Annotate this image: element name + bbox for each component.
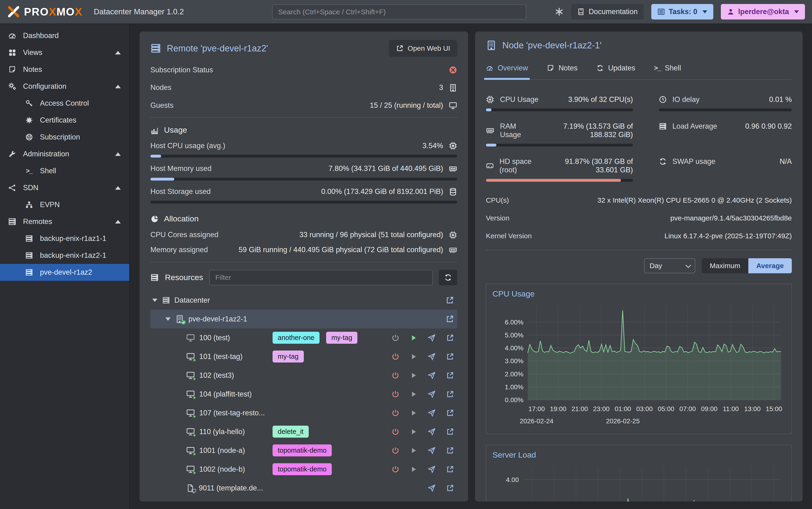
sidebar-item-remotes[interactable]: Remotes (0, 213, 129, 230)
collapse-arrow-icon[interactable] (115, 220, 121, 224)
open-guest-web-ui-button[interactable] (446, 428, 454, 436)
sidebar-item-remote-backup-enix-r1az1-1[interactable]: backup-enix-r1az1-1 (0, 230, 129, 247)
start-button[interactable] (410, 447, 417, 454)
sidebar-item-evpn[interactable]: EVPN (0, 196, 129, 213)
divider (150, 262, 457, 262)
start-button[interactable] (410, 428, 417, 436)
sidebar-item-certificates[interactable]: Certificates (0, 112, 129, 129)
server-load-chart-card: Server Load 1.002.003.004.0017:0019:0021… (486, 445, 792, 502)
open-guest-web-ui-button[interactable] (446, 390, 454, 398)
tree-row-guest-104[interactable]: 104 (plaffitt-test) (150, 385, 457, 404)
resources-filter-input[interactable] (209, 270, 433, 285)
play-icon (410, 409, 417, 417)
open-guest-web-ui-button[interactable] (446, 371, 454, 379)
open-guest-web-ui-button[interactable] (446, 465, 454, 473)
tree-row-guest-1001[interactable]: 1001 (node-a) topomatik-demo (150, 441, 457, 460)
open-web-ui-button[interactable]: Open Web UI (389, 40, 457, 57)
tree-row-node-pve-devel-r1az2-1[interactable]: pve-devel-r1az2-1 (150, 310, 457, 329)
svg-text:6.00%: 6.00% (505, 318, 523, 326)
average-button[interactable]: Average (748, 258, 792, 273)
load-average-stat: Load Average0.96 0.90 0.92 (659, 122, 792, 146)
migrate-button[interactable] (428, 484, 435, 492)
open-guest-web-ui-button[interactable] (446, 409, 454, 417)
tree-row-guest-9011[interactable]: 9011 (template.de... (150, 479, 457, 498)
stat-value: 3.90% of 32 CPU(s) (568, 95, 633, 104)
tree-row-guest-107[interactable]: 107 (test-tag-resto... (150, 404, 457, 422)
maximum-button[interactable]: Maximum (702, 258, 748, 273)
documentation-button[interactable]: Documentation (571, 4, 644, 20)
sidebar-item-subscription[interactable]: Subscription (0, 129, 129, 145)
sidebar-item-sdn[interactable]: SDN (0, 179, 129, 196)
shutdown-button[interactable] (391, 465, 399, 473)
migrate-button[interactable] (428, 334, 435, 342)
collapse-arrow-icon[interactable] (115, 85, 121, 88)
caret-down-icon[interactable] (165, 317, 170, 321)
svg-text:0.00%: 0.00% (505, 396, 523, 404)
tree-row-guest-100[interactable]: 100 (test) another-onemy-tag (150, 329, 457, 347)
start-button[interactable] (410, 466, 417, 473)
caret-down-icon[interactable] (152, 299, 157, 302)
refresh-resources-button[interactable] (439, 270, 457, 285)
shutdown-button[interactable] (391, 353, 399, 361)
sidebar-item-shell[interactable]: >_Shell (0, 163, 129, 179)
search-input[interactable] (272, 4, 526, 20)
shutdown-button[interactable] (391, 428, 399, 436)
tree-row-guest-101[interactable]: 101 (test-tag) my-tag (150, 347, 457, 366)
start-button[interactable] (410, 334, 417, 342)
start-button[interactable] (410, 372, 417, 379)
migrate-button[interactable] (428, 353, 435, 361)
user-menu-button[interactable]: lperdere@okta (721, 4, 805, 20)
open-datacenter-web-ui-button[interactable] (446, 296, 454, 305)
tree-row-guest-110[interactable]: 110 (yla-hello) delete_it (150, 422, 457, 441)
tree-row-guest-102[interactable]: 102 (test3) (150, 366, 457, 385)
shutdown-button[interactable] (391, 334, 399, 342)
shutdown-button[interactable] (391, 371, 399, 379)
asterisk-icon[interactable] (555, 7, 564, 16)
tab-shell[interactable]: >_Shell (654, 64, 681, 72)
tree-row-guest-1002[interactable]: 1002 (node-b) topomatik-demo (150, 460, 457, 479)
migrate-button[interactable] (428, 428, 435, 436)
tree-row-guest-9012-partial[interactable]: 9012 (template.de... (150, 498, 457, 502)
collapse-arrow-icon[interactable] (115, 152, 121, 156)
sidebar-item-notes[interactable]: Notes (0, 61, 129, 78)
open-guest-web-ui-button[interactable] (446, 484, 454, 492)
collapse-arrow-icon[interactable] (115, 51, 121, 55)
sidebar-item-administration[interactable]: Administration (0, 145, 129, 163)
collapse-arrow-icon[interactable] (115, 186, 121, 190)
sidebar-item-access-control[interactable]: Access Control (0, 95, 129, 112)
open-guest-web-ui-button[interactable] (446, 353, 454, 361)
migrate-button[interactable] (428, 371, 435, 379)
host-cpu-value: 3.54% (422, 142, 443, 150)
vm-running-icon (186, 465, 195, 474)
paper-plane-icon (428, 465, 435, 473)
start-button[interactable] (410, 391, 417, 398)
sidebar-item-remote-pve-devel-r1az2[interactable]: pve-devel-r1az2 (0, 264, 129, 281)
shutdown-button[interactable] (391, 446, 399, 454)
sidebar-item-configuration[interactable]: Configuration (0, 78, 129, 95)
migrate-button[interactable] (428, 465, 435, 473)
tab-notes[interactable]: Notes (547, 64, 578, 72)
tree-row-datacenter[interactable]: Datacenter (150, 291, 457, 310)
tasks-button[interactable]: Tasks: 0 (651, 4, 713, 20)
timeframe-select[interactable]: Day (644, 258, 695, 273)
sidebar-item-remote-backup-enix-r1az2-1[interactable]: backup-enix-r1az2-1 (0, 247, 129, 264)
tab-overview[interactable]: Overview (486, 64, 528, 72)
open-node-web-ui-button[interactable] (446, 315, 454, 323)
sidebar-item-dashboard[interactable]: Dashboard (0, 27, 129, 44)
nodes-value: 3 (439, 83, 443, 92)
sidebar-item-views[interactable]: Views (0, 44, 129, 61)
open-guest-web-ui-button[interactable] (446, 446, 454, 454)
migrate-button[interactable] (428, 409, 435, 417)
start-button[interactable] (410, 409, 417, 417)
migrate-button[interactable] (428, 390, 435, 398)
vm-running-icon (186, 427, 195, 436)
shutdown-button[interactable] (391, 409, 399, 417)
shutdown-button[interactable] (391, 390, 399, 398)
open-guest-web-ui-button[interactable] (446, 334, 454, 342)
migrate-button[interactable] (428, 446, 435, 454)
power-icon (391, 409, 399, 417)
start-button[interactable] (410, 353, 417, 361)
external-link-icon (446, 465, 454, 473)
tab-updates[interactable]: Updates (596, 64, 635, 72)
tag-my-tag: my-tag (326, 332, 357, 344)
